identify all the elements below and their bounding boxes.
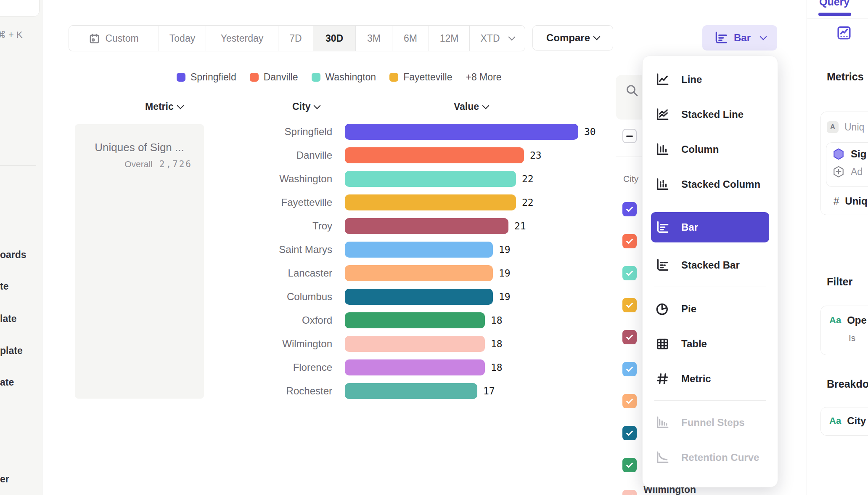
- bar-troy[interactable]: [345, 218, 508, 234]
- line-chart-icon: [655, 72, 670, 87]
- menu-divider: [654, 287, 766, 287]
- bar-wilmington[interactable]: [345, 336, 485, 352]
- menu-item-label: Line: [681, 74, 702, 85]
- bar-columbus[interactable]: [345, 289, 493, 305]
- menu-item-label: Stacked Column: [681, 178, 760, 190]
- menu-item-label: Stacked Bar: [681, 259, 740, 271]
- minus-icon: [626, 136, 633, 137]
- menu-item-label: Bar: [681, 221, 698, 233]
- check-icon: [625, 428, 634, 438]
- bar-fayetteville[interactable]: [345, 194, 516, 210]
- bar-value: 18: [491, 338, 503, 349]
- menu-item-line[interactable]: Line: [643, 62, 778, 97]
- menu-item-label: Funnel Steps: [681, 417, 745, 428]
- bar-chart-icon: [655, 220, 670, 234]
- chart-type-menu: LineStacked LineColumnStacked ColumnBarS…: [642, 56, 778, 487]
- bar-lancaster[interactable]: [345, 265, 493, 281]
- bar-value: 18: [491, 362, 503, 373]
- filter-divider: [616, 157, 642, 157]
- city-checkbox[interactable]: [622, 234, 637, 248]
- city-checkbox[interactable]: [622, 458, 637, 472]
- city-checkbox[interactable]: [622, 298, 637, 312]
- filter-heading: Filter: [827, 276, 852, 288]
- check-icon: [625, 397, 634, 406]
- add-event-icon[interactable]: [832, 165, 845, 178]
- property-name: Uniqu: [845, 195, 868, 207]
- series-a-badge: A: [827, 121, 839, 133]
- stacked-column-chart-icon: [655, 177, 670, 192]
- bar-row: Lancaster19: [210, 265, 511, 281]
- table-icon: [655, 337, 670, 351]
- menu-item-label: Pie: [681, 303, 696, 315]
- menu-item-stacked-column[interactable]: Stacked Column: [643, 167, 778, 202]
- bar-row: Columbus19: [210, 289, 511, 305]
- menu-item-stacked-bar[interactable]: Stacked Bar: [643, 248, 778, 282]
- bar-row: Wilmington18: [210, 336, 503, 352]
- bar-category-label: Oxford: [210, 314, 332, 326]
- event-card[interactable]: Sig Ad: [826, 142, 868, 187]
- metrics-heading: Metrics: [827, 71, 864, 83]
- menu-item-funnel-steps[interactable]: Funnel Steps: [643, 405, 778, 440]
- bar-row: Saint Marys19: [210, 242, 511, 258]
- bar-springfield[interactable]: [345, 124, 578, 140]
- menu-item-pie[interactable]: Pie: [643, 291, 778, 326]
- bar-florence[interactable]: [345, 359, 485, 375]
- column-chart-icon: [655, 142, 670, 157]
- menu-item-label: Metric: [681, 373, 711, 385]
- menu-item-retention-curve[interactable]: Retention Curve: [643, 440, 778, 475]
- city-checkbox[interactable]: [622, 362, 637, 376]
- tab-query[interactable]: Query: [819, 0, 849, 8]
- menu-item-label: Retention Curve: [681, 452, 759, 463]
- tab-divider: [807, 19, 868, 19]
- bar-row: Florence18: [210, 359, 503, 375]
- menu-item-table[interactable]: Table: [643, 326, 778, 361]
- breakdown-card[interactable]: Aa City: [820, 407, 868, 436]
- bar-value: 19: [499, 244, 511, 255]
- city-checkbox[interactable]: [622, 426, 637, 440]
- city-checkbox[interactable]: [622, 202, 637, 216]
- city-checkbox[interactable]: [622, 394, 637, 408]
- menu-item-bar[interactable]: Bar: [651, 212, 769, 242]
- check-icon: [625, 205, 634, 214]
- retention-curve-icon: [655, 450, 670, 465]
- filter-operator[interactable]: Is: [849, 333, 855, 343]
- bar-category-label: Danville: [210, 149, 332, 161]
- stacked-line-chart-icon: [655, 107, 670, 122]
- filter-card[interactable]: Aa Ope Is i: [820, 306, 868, 355]
- bar-danville[interactable]: [345, 147, 524, 163]
- check-icon: [625, 333, 634, 342]
- bar-value: 23: [530, 150, 542, 161]
- menu-item-label: Table: [681, 338, 707, 350]
- city-checkbox[interactable]: [622, 330, 637, 344]
- bar-category-label: Troy: [210, 220, 332, 232]
- menu-item-stacked-line[interactable]: Stacked Line: [643, 97, 778, 132]
- bar-category-label: Fayetteville: [210, 197, 332, 208]
- bar-value: 19: [499, 291, 511, 302]
- insights-chart-icon[interactable]: [836, 25, 852, 40]
- city-checkbox[interactable]: [622, 266, 637, 280]
- bar-rochester[interactable]: [345, 383, 477, 399]
- menu-divider: [654, 206, 766, 206]
- select-all-checkbox[interactable]: [622, 129, 637, 143]
- bar-value: 22: [522, 173, 534, 184]
- filter-property-name: Ope: [847, 314, 867, 326]
- menu-item-column[interactable]: Column: [643, 132, 778, 167]
- menu-item-label: Stacked Line: [681, 109, 744, 120]
- bar-saint-marys[interactable]: [345, 242, 493, 258]
- bar-row: Springfield30: [210, 124, 596, 140]
- bar-value: 19: [499, 268, 511, 279]
- bar-washington[interactable]: [345, 171, 516, 187]
- bar-category-label: Saint Marys: [210, 244, 332, 255]
- city-checkbox[interactable]: [622, 490, 637, 495]
- bar-row: Troy21: [210, 218, 526, 234]
- check-icon: [625, 492, 634, 495]
- add-label: Ad: [851, 166, 863, 178]
- bar-category-label: Columbus: [210, 291, 332, 303]
- bar-oxford[interactable]: [345, 312, 485, 328]
- bar-row: Fayetteville22: [210, 194, 534, 210]
- insights-report-screen: ⌘ + K oardstelateplateateer CustomTodayY…: [0, 0, 868, 495]
- pie-chart-icon: [655, 302, 670, 316]
- metric-query-card[interactable]: A Uniq Sig Ad # Uniqu: [820, 112, 868, 215]
- menu-item-metric[interactable]: Metric: [643, 361, 778, 396]
- bar-value: 22: [522, 197, 534, 208]
